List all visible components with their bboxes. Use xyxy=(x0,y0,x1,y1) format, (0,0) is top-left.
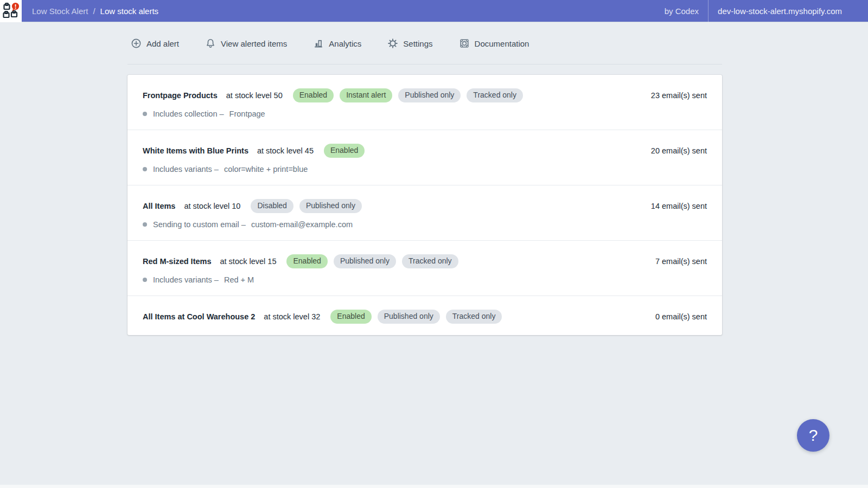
help-button[interactable]: ? xyxy=(797,419,829,452)
detail-value: Frontpage xyxy=(229,110,265,118)
emails-sent-count: 23 email(s) sent xyxy=(651,91,707,100)
alert-detail: Sending to custom email – custom-email@e… xyxy=(143,220,707,229)
alert-row[interactable]: White Items with Blue Prints at stock le… xyxy=(127,130,722,185)
nav-item-analytics[interactable]: Analytics xyxy=(313,38,361,49)
nav-item-view-alerted-items[interactable]: View alerted items xyxy=(205,38,287,49)
app-byline: by Codex xyxy=(665,7,699,16)
add-circle-icon xyxy=(131,38,142,49)
alert-badges: Enabled xyxy=(324,144,365,158)
page-container: Add alert View alerted items Analytics xyxy=(127,38,722,335)
topbar-vertical-divider xyxy=(708,0,709,22)
detail-label: Includes variants – xyxy=(153,275,219,284)
alert-name: All Items xyxy=(143,202,175,210)
alert-name: Red M-sized Items xyxy=(143,257,212,266)
nav-item-add-alert[interactable]: Add alert xyxy=(131,38,179,49)
nav-item-documentation[interactable]: Documentation xyxy=(459,38,529,49)
status-badge: Instant alert xyxy=(340,88,392,102)
alert-stock-level: at stock level 45 xyxy=(257,146,314,155)
bullet-dot-icon xyxy=(143,222,147,227)
status-badge: Enabled xyxy=(324,144,365,158)
alert-badge-icon xyxy=(12,3,19,11)
emails-sent-count: 7 email(s) sent xyxy=(655,257,707,266)
status-badge: Published only xyxy=(398,88,461,102)
status-badge: Published only xyxy=(334,254,396,268)
bullet-dot-icon xyxy=(143,112,147,116)
alert-stock-level: at stock level 10 xyxy=(184,202,240,210)
alerts-card: Frontpage Products at stock level 50 Ena… xyxy=(127,75,722,335)
status-badge: Tracked only xyxy=(467,88,523,102)
alert-name: White Items with Blue Prints xyxy=(143,146,248,155)
alert-row[interactable]: All Items at Cool Warehouse 2 at stock l… xyxy=(127,296,722,335)
status-badge: Tracked only xyxy=(446,310,502,324)
alert-badges: EnabledInstant alertPublished onlyTracke… xyxy=(293,88,523,102)
nav-divider xyxy=(127,64,722,65)
alert-row[interactable]: Red M-sized Items at stock level 15 Enab… xyxy=(127,240,722,296)
detail-label: Sending to custom email – xyxy=(153,220,246,229)
docs-icon xyxy=(459,38,470,49)
alert-name: All Items at Cool Warehouse 2 xyxy=(143,312,255,321)
nav-item-label: Add alert xyxy=(146,39,179,48)
alert-stock-level: at stock level 32 xyxy=(264,312,320,321)
alert-row-main: White Items with Blue Prints at stock le… xyxy=(143,144,707,158)
detail-value: custom-email@example.com xyxy=(251,220,353,229)
app-logo[interactable] xyxy=(0,0,22,22)
emails-sent-count: 14 email(s) sent xyxy=(651,202,707,210)
alert-badges: EnabledPublished onlyTracked only xyxy=(330,310,502,324)
breadcrumb: Low Stock Alert / Low stock alerts xyxy=(32,7,158,16)
status-badge: Tracked only xyxy=(402,254,458,268)
shop-domain: dev-low-stock-alert.myshopify.com xyxy=(718,7,842,16)
bullet-dot-icon xyxy=(143,278,147,282)
bar-chart-icon xyxy=(313,38,324,49)
alert-badges: DisabledPublished only xyxy=(251,199,362,213)
breadcrumb-app-link[interactable]: Low Stock Alert xyxy=(32,7,88,16)
detail-label: Includes collection – xyxy=(153,110,224,118)
emails-sent-count: 0 email(s) sent xyxy=(655,312,707,321)
detail-value: color=white + print=blue xyxy=(224,165,308,174)
bell-icon xyxy=(205,38,216,49)
page-title: Low stock alerts xyxy=(100,7,159,16)
emails-sent-count: 20 email(s) sent xyxy=(651,146,707,155)
alert-badges: EnabledPublished onlyTracked only xyxy=(286,254,458,268)
alert-name: Frontpage Products xyxy=(143,91,218,100)
nav-item-settings[interactable]: Settings xyxy=(387,38,432,49)
boxes-logo-icon xyxy=(2,2,20,20)
alert-row-main: All Items at stock level 10 DisabledPubl… xyxy=(143,199,707,213)
alert-row[interactable]: All Items at stock level 10 DisabledPubl… xyxy=(127,185,722,240)
detail-value: Red + M xyxy=(224,275,254,284)
alert-row[interactable]: Frontpage Products at stock level 50 Ena… xyxy=(127,75,722,130)
alert-stock-level: at stock level 15 xyxy=(220,257,277,266)
status-badge: Published only xyxy=(299,199,362,213)
gear-icon xyxy=(387,38,398,49)
breadcrumb-separator: / xyxy=(93,7,95,16)
status-badge: Enabled xyxy=(330,310,371,324)
alert-detail: Includes variants – Red + M xyxy=(143,275,707,284)
alert-detail: Includes collection – Frontpage xyxy=(143,110,707,118)
nav-item-label: Settings xyxy=(403,39,432,48)
nav-item-label: Analytics xyxy=(329,39,361,48)
status-badge: Disabled xyxy=(251,199,293,213)
bullet-dot-icon xyxy=(143,167,147,171)
bottom-strip xyxy=(0,485,868,488)
status-badge: Enabled xyxy=(286,254,327,268)
app-nav: Add alert View alerted items Analytics xyxy=(127,38,722,49)
alert-row-main: Frontpage Products at stock level 50 Ena… xyxy=(143,88,707,102)
nav-item-label: View alerted items xyxy=(221,39,287,48)
status-badge: Enabled xyxy=(293,88,334,102)
topbar-right: by Codex dev-low-stock-alert.myshopify.c… xyxy=(665,0,868,22)
alert-row-main: Red M-sized Items at stock level 15 Enab… xyxy=(143,254,707,268)
alert-row-main: All Items at Cool Warehouse 2 at stock l… xyxy=(143,310,707,324)
status-badge: Published only xyxy=(378,310,440,324)
topbar: Low Stock Alert / Low stock alerts by Co… xyxy=(0,0,868,22)
alert-stock-level: at stock level 50 xyxy=(226,91,283,100)
detail-label: Includes variants – xyxy=(153,165,219,174)
nav-item-label: Documentation xyxy=(475,39,529,48)
alert-detail: Includes variants – color=white + print=… xyxy=(143,165,707,174)
